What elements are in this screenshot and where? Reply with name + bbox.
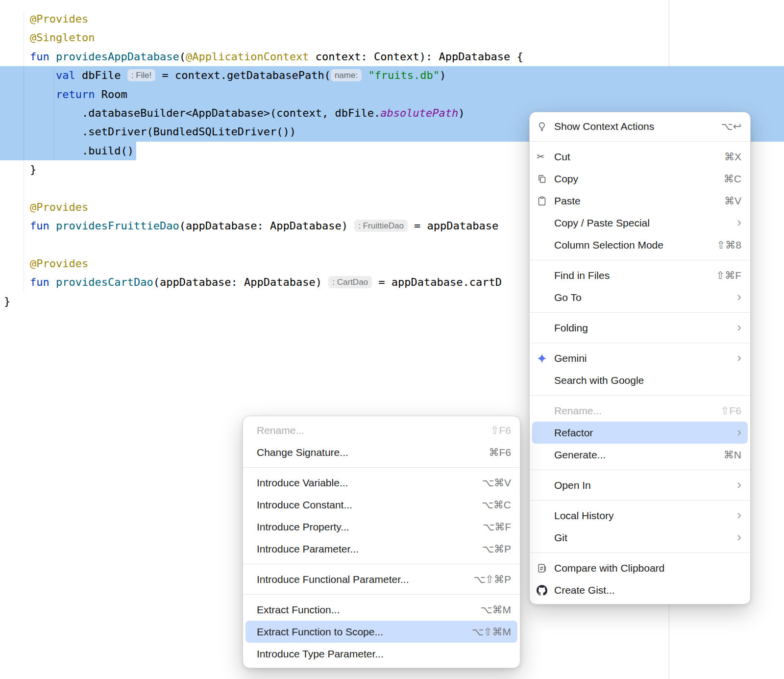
menu-item-label: Column Selection Mode — [554, 239, 705, 251]
menu-item-introduce-variable[interactable]: Introduce Variable...⌥⌘V — [245, 472, 517, 494]
menu-separator — [530, 395, 750, 396]
code-token — [49, 50, 56, 63]
menu-item-paste[interactable]: Paste⌘V — [532, 190, 748, 212]
menu-shortcut: ⌥⌘P — [482, 543, 511, 555]
menu-item-label: Find in Files — [554, 270, 705, 281]
menu-shortcut: ⇧⌘8 — [717, 239, 741, 251]
menu-shortcut: ⌥⌘F — [483, 521, 511, 533]
menu-item-label: Git — [554, 532, 725, 544]
code-token: return — [56, 88, 95, 101]
menu-shortcut: ⌥⌘M — [480, 604, 511, 616]
code-token: } — [4, 295, 10, 307]
menu-item-cut[interactable]: ✂Cut⌘X — [532, 146, 748, 168]
menu-item-change-signature[interactable]: Change Signature...⌘F6 — [245, 441, 517, 463]
menu-item-extract-function-to-scope[interactable]: Extract Function to Scope...⌥⇧⌘M — [245, 621, 517, 643]
menu-item-open-in[interactable]: Open In› — [532, 474, 748, 496]
code-line[interactable]: @Singleton — [4, 28, 523, 47]
code-token: @Provides — [4, 257, 88, 270]
code-token: .setDriver(BundledSQLiteDriver()) — [4, 126, 296, 138]
menu-item-column-selection-mode[interactable]: Column Selection Mode⇧⌘8 — [532, 234, 748, 256]
menu-item-generate[interactable]: Generate...⌘N — [532, 444, 748, 466]
inlay-hint: : File! — [127, 69, 156, 81]
menu-item-label: Introduce Property... — [257, 521, 471, 533]
menu-item-introduce-constant[interactable]: Introduce Constant...⌥⌘C — [245, 494, 517, 516]
inlay-hint: : CartDao — [328, 276, 372, 288]
code-line[interactable] — [4, 179, 523, 198]
menu-item-introduce-type-parameter[interactable]: Introduce Type Parameter... — [245, 643, 517, 665]
menu-shortcut: ⌘X — [724, 151, 741, 163]
menu-item-label: Extract Function to Scope... — [257, 626, 460, 638]
menu-item-label: Rename... — [257, 425, 479, 436]
code-text[interactable]: @Provides @Singleton fun providesAppData… — [4, 0, 523, 311]
submenu-chevron-icon: › — [737, 508, 741, 521]
submenu-chevron-icon: › — [737, 426, 741, 438]
lightbulb-icon — [537, 121, 554, 132]
code-line[interactable]: @Provides — [4, 254, 523, 273]
code-line[interactable]: .setDriver(BundledSQLiteDriver()) — [4, 123, 523, 141]
code-token — [4, 220, 30, 232]
code-token: @Provides — [4, 13, 88, 25]
menu-separator — [243, 564, 520, 564]
menu-item-copy-paste-special[interactable]: Copy / Paste Special› — [532, 212, 748, 234]
menu-item-go-to[interactable]: Go To› — [532, 286, 748, 308]
menu-item-label: Introduce Variable... — [257, 477, 470, 489]
code-line[interactable]: fun providesFruittieDao(appDatabase: App… — [4, 217, 523, 235]
submenu-chevron-icon: › — [737, 478, 741, 491]
menu-item-compare-with-clipboard[interactable]: Compare with Clipboard — [532, 557, 748, 579]
code-line[interactable] — [4, 236, 523, 254]
code-token: val — [56, 69, 75, 81]
menu-item-label: Introduce Constant... — [257, 499, 470, 511]
menu-separator — [530, 470, 750, 470]
paste-icon — [537, 196, 554, 206]
menu-item-local-history[interactable]: Local History› — [532, 504, 748, 527]
code-token — [4, 88, 56, 101]
menu-item-folding[interactable]: Folding› — [532, 317, 748, 339]
code-line[interactable]: } — [4, 292, 523, 311]
menu-separator — [530, 312, 750, 313]
ide-screenshot: { "editor": { "selection_color": "#A9CEF… — [0, 0, 784, 679]
code-token: (appDatabase: AppDatabase) — [179, 220, 355, 232]
menu-item-introduce-functional-parameter[interactable]: Introduce Functional Parameter...⌥⇧⌘P — [245, 568, 517, 590]
code-line[interactable]: .databaseBuilder<AppDatabase>(context, d… — [4, 104, 523, 123]
code-line[interactable]: @Provides — [4, 10, 523, 28]
menu-item-label: Introduce Functional Parameter... — [257, 574, 462, 585]
menu-item-label: Cut — [554, 151, 712, 163]
menu-item-create-gist[interactable]: Create Gist... — [532, 579, 748, 601]
menu-shortcut: ⌥⇧⌘P — [473, 574, 511, 585]
menu-item-copy[interactable]: Copy⌘C — [532, 168, 748, 190]
menu-item-show-context-actions[interactable]: Show Context Actions⌥↩ — [532, 115, 748, 137]
menu-item-refactor[interactable]: Refactor› — [532, 422, 748, 444]
menu-item-label: Refactor — [554, 427, 725, 439]
code-line[interactable]: .build() — [4, 142, 523, 160]
code-token: = appDatabase.cartD — [372, 276, 502, 288]
menu-item-extract-function[interactable]: Extract Function...⌥⌘M — [245, 599, 517, 621]
menu-item-search-with-google[interactable]: Search with Google — [532, 369, 748, 391]
code-token: = context.getDatabasePath( — [155, 69, 331, 81]
code-line[interactable]: fun providesCartDao(appDatabase: AppData… — [4, 273, 523, 292]
menu-item-git[interactable]: Git› — [532, 527, 748, 549]
menu-item-label: Extract Function... — [257, 604, 468, 616]
menu-item-introduce-property[interactable]: Introduce Property...⌥⌘F — [245, 516, 517, 538]
menu-separator — [243, 467, 520, 468]
code-line[interactable]: @Provides — [4, 198, 523, 217]
code-line[interactable]: return Room — [4, 85, 523, 104]
menu-shortcut: ⌘V — [724, 195, 741, 207]
editor-context-menu: Show Context Actions⌥↩✂Cut⌘XCopy⌘CPaste⌘… — [529, 112, 751, 604]
menu-item-introduce-parameter[interactable]: Introduce Parameter...⌥⌘P — [245, 538, 517, 560]
code-line[interactable]: } — [4, 160, 523, 179]
code-line[interactable]: val dbFile : File! = context.getDatabase… — [4, 66, 523, 85]
menu-item-find-in-files[interactable]: Find in Files⇧⌘F — [532, 264, 748, 286]
code-token — [49, 276, 56, 288]
menu-item-label: Introduce Type Parameter... — [257, 648, 511, 660]
submenu-chevron-icon: › — [737, 216, 741, 228]
menu-item-gemini[interactable]: Gemini› — [532, 347, 748, 369]
submenu-chevron-icon: › — [737, 321, 741, 333]
code-token: = appDatabase — [408, 220, 498, 232]
code-token: fun — [30, 220, 49, 232]
code-line[interactable]: fun providesAppDatabase(@ApplicationCont… — [4, 48, 523, 66]
submenu-chevron-icon: › — [737, 530, 741, 543]
menu-item-label: Change Signature... — [257, 447, 477, 458]
menu-item-rename: Rename...⇧F6 — [532, 400, 748, 422]
menu-separator — [530, 500, 750, 501]
menu-shortcut: ⌘N — [724, 449, 741, 461]
